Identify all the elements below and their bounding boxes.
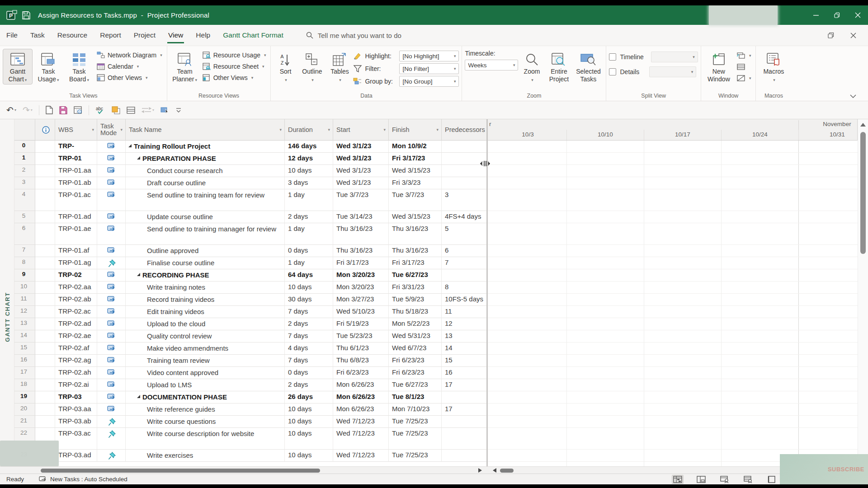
wbs-cell[interactable]: TRP-02.ad xyxy=(55,318,97,330)
duration-cell[interactable]: 10 days xyxy=(285,282,333,294)
row-number[interactable]: 20 xyxy=(14,404,35,416)
duration-column-header[interactable]: Duration▾ xyxy=(285,119,333,141)
task-name-cell[interactable]: Send outline to training team for review xyxy=(126,189,285,211)
wbs-cell[interactable]: TRP-01.aa xyxy=(55,165,97,177)
start-cell[interactable]: Mon 3/20/23 xyxy=(333,269,389,282)
minimize-button[interactable] xyxy=(806,5,826,25)
start-cell[interactable]: Tue 5/23/23 xyxy=(333,330,389,343)
predecessors-cell[interactable] xyxy=(442,165,487,177)
highlight-dropdown[interactable]: [No Highlight]▾ xyxy=(399,51,459,61)
indicator-cell[interactable] xyxy=(35,165,55,177)
row-number[interactable]: 1 xyxy=(14,153,35,165)
row-number[interactable]: 7 xyxy=(14,245,35,257)
start-cell[interactable]: Fri 3/17/23 xyxy=(333,257,389,269)
vertical-scrollbar[interactable] xyxy=(858,119,868,466)
tab-view[interactable]: View xyxy=(162,25,189,46)
task-mode-cell[interactable] xyxy=(97,306,126,318)
duration-cell[interactable]: 10 days xyxy=(285,428,333,450)
start-column-header[interactable]: Start▾ xyxy=(333,119,389,141)
task-mode-cell[interactable] xyxy=(97,282,126,294)
task-mode-cell[interactable] xyxy=(97,318,126,330)
gantt-row-area[interactable] xyxy=(487,141,858,153)
tell-me-search[interactable]: Tell me what you want to do xyxy=(306,32,401,39)
predecessors-cell[interactable]: 16 xyxy=(442,367,487,379)
finish-cell[interactable]: Fri 3/17/23 xyxy=(389,257,442,269)
sort-button[interactable]: AZ Sort▾ xyxy=(274,49,297,84)
task-name-cell[interactable]: DOCUMENTATION PHASE xyxy=(126,391,285,404)
start-cell[interactable]: Wed 5/10/23 xyxy=(333,306,389,318)
gantt-row-area[interactable] xyxy=(487,153,858,165)
start-cell[interactable]: Wed 7/12/23 xyxy=(333,450,389,462)
task-mode-cell[interactable] xyxy=(97,450,126,462)
gantt-row-area[interactable] xyxy=(487,211,858,223)
finish-cell[interactable]: Mon 10/9/2 xyxy=(389,141,442,153)
row-number[interactable]: 0 xyxy=(14,141,35,153)
indicator-cell[interactable] xyxy=(35,391,55,404)
gantt-row-area[interactable] xyxy=(487,330,858,343)
duration-cell[interactable]: 3 days xyxy=(285,177,333,189)
details-checkbox[interactable] xyxy=(609,68,616,75)
wbs-column-header[interactable]: WBS▾ xyxy=(55,119,97,141)
project-information-button[interactable]: i xyxy=(74,106,82,114)
other-views-button[interactable]: Other Views▾ xyxy=(95,73,164,82)
task-board-button[interactable]: TaskBoard▾ xyxy=(64,49,94,84)
task-name-cell[interactable]: Finalise course outline xyxy=(126,257,285,269)
tab-task[interactable]: Task xyxy=(24,25,51,46)
filter-arrow-icon[interactable]: ▾ xyxy=(436,127,439,133)
wbs-cell[interactable]: TRP-03.ac xyxy=(55,428,97,450)
task-mode-cell[interactable] xyxy=(97,367,126,379)
task-mode-cell[interactable] xyxy=(97,404,126,416)
chart-hscroll-thumb[interactable] xyxy=(500,469,514,473)
finish-cell[interactable]: Wed 3/15/23 xyxy=(389,165,442,177)
collapse-triangle-icon[interactable] xyxy=(137,273,140,276)
display-layout-button[interactable] xyxy=(127,107,135,114)
gantt-row-area[interactable] xyxy=(487,379,858,391)
row-number[interactable]: 5 xyxy=(14,211,35,223)
entire-project-button[interactable]: EntireProject xyxy=(545,49,572,83)
indicator-cell[interactable] xyxy=(35,306,55,318)
finish-cell[interactable]: Thu 5/18/23 xyxy=(389,306,442,318)
predecessors-cell[interactable] xyxy=(442,450,487,462)
group-by-dropdown[interactable]: [No Group]▾ xyxy=(399,76,459,87)
task-name-cell[interactable]: Write course questions xyxy=(126,416,285,428)
task-usage-view-button[interactable] xyxy=(695,475,707,484)
start-cell[interactable]: Mon 3/20/23 xyxy=(333,282,389,294)
wbs-cell[interactable]: TRP-02.ag xyxy=(55,355,97,367)
gantt-row-area[interactable] xyxy=(487,257,858,269)
collapse-triangle-icon[interactable] xyxy=(137,156,140,160)
duration-cell[interactable]: 10 days xyxy=(285,416,333,428)
duration-cell[interactable]: 7 days xyxy=(285,330,333,343)
row-number[interactable]: 15 xyxy=(14,343,35,355)
timeline-checkbox[interactable] xyxy=(609,53,616,61)
start-cell[interactable]: Thu 3/16/23 xyxy=(333,245,389,257)
select-object-button[interactable] xyxy=(160,107,170,114)
task-mode-cell[interactable] xyxy=(97,223,126,245)
zoom-button[interactable]: Zoom▾ xyxy=(519,49,544,84)
start-cell[interactable]: Thu 6/1/23 xyxy=(333,343,389,355)
wbs-cell[interactable]: TRP-03.ad xyxy=(55,450,97,462)
gantt-row-area[interactable] xyxy=(487,404,858,416)
row-number[interactable]: 17 xyxy=(14,367,35,379)
chart-scroll-left-arrow[interactable] xyxy=(493,468,496,473)
duration-cell[interactable]: 0 days xyxy=(285,367,333,379)
task-mode-cell[interactable] xyxy=(97,391,126,404)
tab-project[interactable]: Project xyxy=(127,25,162,46)
wbs-cell[interactable]: TRP-01.ad xyxy=(55,211,97,223)
duration-cell[interactable]: 2 days xyxy=(285,379,333,391)
gantt-row-area[interactable] xyxy=(487,391,858,404)
start-cell[interactable]: Fri 5/19/23 xyxy=(333,318,389,330)
row-number[interactable]: 2 xyxy=(14,165,35,177)
gantt-row-area[interactable] xyxy=(487,177,858,189)
row-number[interactable]: 18 xyxy=(14,379,35,391)
start-cell[interactable]: Wed 3/1/23 xyxy=(333,153,389,165)
wbs-cell[interactable]: TRP-02.ae xyxy=(55,330,97,343)
row-number[interactable]: 21 xyxy=(14,416,35,428)
finish-cell[interactable]: Wed 5/31/23 xyxy=(389,330,442,343)
task-name-cell[interactable]: Upload to LMS xyxy=(126,379,285,391)
predecessors-cell[interactable]: 12 xyxy=(442,318,487,330)
calendar-button[interactable]: Calendar▾ xyxy=(95,62,164,71)
duration-cell[interactable]: 146 days xyxy=(285,141,333,153)
duration-cell[interactable]: 7 days xyxy=(285,306,333,318)
wbs-cell[interactable]: TRP-02.ab xyxy=(55,294,97,306)
predecessors-cell[interactable]: 4FS+4 days xyxy=(442,211,487,223)
